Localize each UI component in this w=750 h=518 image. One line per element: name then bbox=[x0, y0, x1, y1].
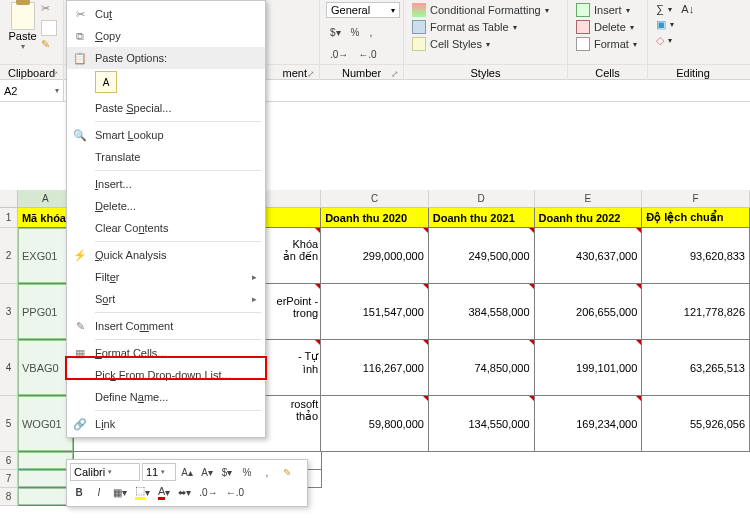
menu-quick-analysis[interactable]: ⚡Quick Analysis bbox=[67, 244, 265, 266]
alignment-group-label: ment bbox=[283, 67, 307, 79]
insert-cells-button[interactable]: Insert ▾ bbox=[574, 2, 641, 18]
comment-indicator-icon bbox=[636, 284, 641, 289]
row-header-2[interactable]: 2 bbox=[0, 228, 18, 284]
currency-icon[interactable]: $▾ bbox=[326, 25, 345, 40]
col-header-D[interactable]: D bbox=[429, 190, 535, 207]
clipboard-group-label: Clipboard bbox=[8, 67, 55, 79]
paste-button[interactable]: Paste ▾ bbox=[6, 2, 39, 51]
menu-link[interactable]: 🔗Link bbox=[67, 413, 265, 435]
cell-C5[interactable]: 59,800,000 bbox=[321, 396, 429, 452]
paste-icon bbox=[11, 2, 35, 30]
cell-E1[interactable]: Doanh thu 2022 bbox=[535, 208, 643, 228]
alignment-dialog-launcher[interactable]: ⤢ bbox=[307, 69, 317, 79]
clipboard-dialog-launcher[interactable]: ⤢ bbox=[51, 69, 61, 79]
col-header-F[interactable]: F bbox=[642, 190, 750, 207]
chevron-down-icon: ▾ bbox=[55, 86, 59, 95]
comma-icon[interactable]: , bbox=[258, 463, 276, 481]
cell-F2[interactable]: 93,620,833 bbox=[642, 228, 750, 284]
increase-font-icon[interactable]: A▴ bbox=[178, 463, 196, 481]
col-header-E[interactable]: E bbox=[535, 190, 643, 207]
cell-E3[interactable]: 206,655,000 bbox=[535, 284, 643, 340]
menu-insert-comment[interactable]: ✎Insert Comment bbox=[67, 315, 265, 337]
col-header-C[interactable]: C bbox=[321, 190, 429, 207]
number-dialog-launcher[interactable]: ⤢ bbox=[391, 69, 401, 79]
cell-C2[interactable]: 299,000,000 bbox=[321, 228, 429, 284]
cut-icon[interactable]: ✂ bbox=[41, 2, 57, 18]
row-header-7[interactable]: 7 bbox=[0, 470, 18, 488]
sigma-icon: ∑ bbox=[656, 3, 664, 15]
row-header-3[interactable]: 3 bbox=[0, 284, 18, 340]
menu-smart-lookup[interactable]: 🔍Smart Lookup bbox=[67, 124, 265, 146]
menu-cut[interactable]: ✂Cut bbox=[67, 3, 265, 25]
cell-C4[interactable]: 116,267,000 bbox=[321, 340, 429, 396]
row-header-1[interactable]: 1 bbox=[0, 208, 18, 228]
fill-color-button[interactable]: ⬚▾ bbox=[132, 483, 153, 501]
cell-E5[interactable]: 169,234,000 bbox=[535, 396, 643, 452]
delete-cells-button[interactable]: Delete ▾ bbox=[574, 19, 641, 35]
cell-F1[interactable]: Độ lệch chuẩn bbox=[642, 208, 750, 228]
fill-button[interactable]: ▣ ▾ bbox=[654, 17, 732, 32]
conditional-formatting-button[interactable]: Conditional Formatting ▾ bbox=[410, 2, 561, 18]
increase-decimal-icon[interactable]: .0→ bbox=[326, 47, 352, 62]
row-header-4[interactable]: 4 bbox=[0, 340, 18, 396]
format-painter-icon[interactable]: ✎ bbox=[278, 463, 296, 481]
decrease-font-icon[interactable]: A▾ bbox=[198, 463, 216, 481]
comma-icon[interactable]: , bbox=[365, 25, 376, 40]
cell-E4[interactable]: 199,101,000 bbox=[535, 340, 643, 396]
mini-toolbar: Calibri▾ 11▾ A▴ A▾ $▾ % , ✎ B I ▦▾ ⬚▾ A▾… bbox=[66, 459, 308, 507]
menu-define-name[interactable]: Define Name... bbox=[67, 386, 265, 408]
cell-C1[interactable]: Doanh thu 2020 bbox=[321, 208, 429, 228]
clear-button[interactable]: ◇ ▾ bbox=[654, 33, 732, 48]
copy-icon[interactable] bbox=[41, 20, 57, 36]
format-cells-button[interactable]: Format ▾ bbox=[574, 36, 641, 52]
menu-filter[interactable]: Filter▸ bbox=[67, 266, 265, 288]
italic-button[interactable]: I bbox=[90, 483, 108, 501]
paste-option-keep-source[interactable]: A bbox=[95, 71, 117, 93]
cell-C3[interactable]: 151,547,000 bbox=[321, 284, 429, 340]
row-header-5[interactable]: 5 bbox=[0, 396, 18, 452]
cell-D2[interactable]: 249,500,000 bbox=[429, 228, 535, 284]
menu-clear-contents[interactable]: Clear Contents bbox=[67, 217, 265, 239]
percent-icon[interactable]: % bbox=[347, 25, 364, 40]
decrease-decimal-icon[interactable]: ←.0 bbox=[354, 47, 380, 62]
format-painter-icon[interactable]: ✎ bbox=[41, 38, 57, 54]
cell-E2[interactable]: 430,637,000 bbox=[535, 228, 643, 284]
row-header-6[interactable]: 6 bbox=[0, 452, 18, 470]
autosum-button[interactable]: ∑ ▾ A↓ bbox=[654, 2, 732, 16]
cell-F5[interactable]: 55,926,056 bbox=[642, 396, 750, 452]
menu-translate[interactable]: Translate bbox=[67, 146, 265, 168]
cells-group-label: Cells bbox=[595, 67, 619, 79]
number-format-dropdown[interactable]: General▾ bbox=[326, 2, 400, 18]
select-all-corner[interactable] bbox=[0, 190, 18, 207]
name-box[interactable]: A2 ▾ bbox=[0, 80, 64, 101]
menu-pick-from-list[interactable]: Pick From Drop-down List... bbox=[67, 364, 265, 386]
borders-button[interactable]: ▦▾ bbox=[110, 483, 130, 501]
menu-insert[interactable]: Insert... bbox=[67, 173, 265, 195]
format-as-table-button[interactable]: Format as Table ▾ bbox=[410, 19, 561, 35]
menu-paste-special[interactable]: Paste Special... bbox=[67, 97, 265, 119]
number-format-value: General bbox=[331, 4, 370, 16]
cell-D4[interactable]: 74,850,000 bbox=[429, 340, 535, 396]
cell-D5[interactable]: 134,550,000 bbox=[429, 396, 535, 452]
merge-center-button[interactable]: ⬌▾ bbox=[175, 483, 194, 501]
cell-D3[interactable]: 384,558,000 bbox=[429, 284, 535, 340]
currency-icon[interactable]: $▾ bbox=[218, 463, 236, 481]
cell-F3[interactable]: 121,778,826 bbox=[642, 284, 750, 340]
menu-sort[interactable]: Sort▸ bbox=[67, 288, 265, 310]
menu-delete[interactable]: Delete... bbox=[67, 195, 265, 217]
cell-D1[interactable]: Doanh thu 2021 bbox=[429, 208, 535, 228]
font-size-dropdown[interactable]: 11▾ bbox=[142, 463, 176, 481]
decrease-decimal-button[interactable]: ←.0 bbox=[223, 483, 247, 501]
percent-icon[interactable]: % bbox=[238, 463, 256, 481]
row-header-8[interactable]: 8 bbox=[0, 488, 18, 506]
menu-format-cells[interactable]: ▦Format Cells... bbox=[67, 342, 265, 364]
increase-decimal-button[interactable]: .0→ bbox=[196, 483, 220, 501]
bold-button[interactable]: B bbox=[70, 483, 88, 501]
font-family-dropdown[interactable]: Calibri▾ bbox=[70, 463, 140, 481]
menu-copy[interactable]: ⧉Copy bbox=[67, 25, 265, 47]
cell-styles-button[interactable]: Cell Styles ▾ bbox=[410, 36, 561, 52]
comment-indicator-icon bbox=[529, 228, 534, 233]
font-color-button[interactable]: A▾ bbox=[155, 483, 173, 501]
cell-F4[interactable]: 63,265,513 bbox=[642, 340, 750, 396]
comment-indicator-icon bbox=[315, 284, 320, 289]
